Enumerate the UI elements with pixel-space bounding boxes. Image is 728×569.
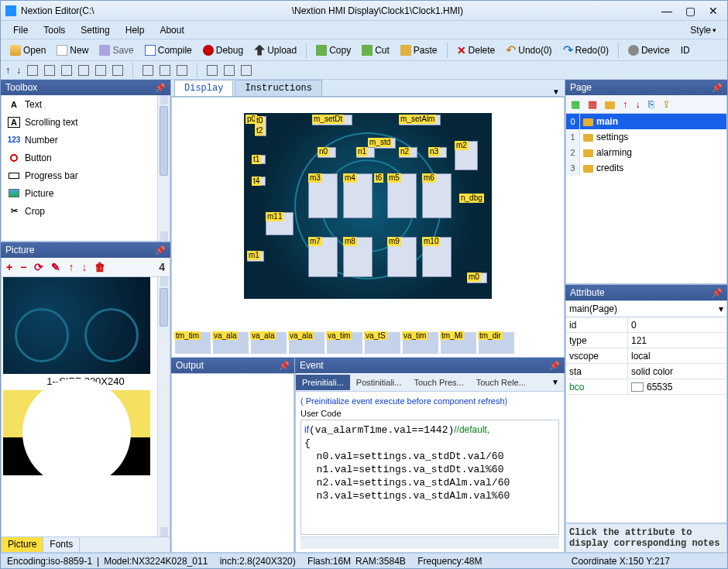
remove-picture-icon[interactable]: − [20, 261, 26, 273]
page-export-icon[interactable]: ⇪ [662, 98, 671, 110]
attribute-value[interactable]: local [628, 348, 726, 363]
toolbox-scrollbar[interactable] [157, 95, 170, 241]
picture-thumb-1[interactable] [3, 277, 150, 374]
comp-t6[interactable]: t6 [374, 173, 383, 183]
group-icon[interactable] [177, 65, 187, 76]
redo-button[interactable]: ↷Redo(0) [558, 42, 613, 59]
page-row[interactable]: 2alarming [566, 145, 726, 160]
tab-display[interactable]: Display [174, 80, 233, 96]
page-down-icon[interactable]: ↓ [636, 98, 641, 110]
attribute-value[interactable]: 121 [628, 333, 726, 348]
timer-chip[interactable]: tm_tim [175, 332, 211, 354]
menu-help[interactable]: Help [119, 23, 151, 37]
timer-chip[interactable]: va_tS [365, 332, 400, 354]
picture-scrollbar[interactable] [157, 277, 170, 536]
timer-chip[interactable]: tm_dir [479, 332, 514, 354]
attribute-value[interactable]: solid color [628, 364, 726, 379]
tab-preinit[interactable]: Preinitiali... [296, 375, 350, 390]
attribute-target-select[interactable]: main(Page) ▾ [565, 300, 727, 317]
minimize-button[interactable]: — [661, 5, 673, 16]
attribute-row[interactable]: type121 [566, 333, 726, 348]
comp-m-setdt[interactable]: m_setDt [312, 115, 344, 124]
tab-instructions[interactable]: Instructions [235, 80, 321, 96]
comp-m11[interactable]: m11 [266, 212, 283, 221]
page-row[interactable]: 1settings [566, 129, 726, 145]
code-editor[interactable]: if(va_alarmTime.val==1442)//default, { n… [300, 420, 559, 535]
align-left-icon[interactable] [27, 65, 38, 76]
timer-chip[interactable]: va_ala [251, 332, 287, 354]
comp-m-std[interactable]: m_std [368, 138, 392, 147]
debug-button[interactable]: Debug [198, 42, 248, 59]
device-button[interactable]: Device [623, 42, 675, 59]
hmi-canvas[interactable]: p0 t0 t2 m_setDt m_setAlm m_std t1 t4 n0… [244, 113, 492, 299]
menu-file[interactable]: File [7, 23, 34, 37]
comp-n1[interactable]: n1 [356, 147, 368, 156]
pin-icon[interactable]: 📌 [155, 245, 166, 255]
cut-button[interactable]: Cut [357, 42, 394, 59]
menu-tools[interactable]: Tools [37, 23, 71, 37]
move-down-icon[interactable]: ↓ [81, 261, 87, 273]
toolbox-item[interactable]: AScrolling text [2, 113, 170, 131]
collapse-icon[interactable]: ▼ [552, 87, 560, 96]
arrow-up-icon[interactable]: ↑ [5, 65, 10, 76]
timer-chip[interactable]: va_ala [213, 332, 249, 354]
delete-picture-icon[interactable]: 🗑 [94, 261, 105, 273]
comp-t2[interactable]: t2 [255, 126, 264, 135]
attribute-row[interactable]: id0 [566, 317, 726, 333]
same-height-icon[interactable] [112, 65, 123, 76]
layout-2-icon[interactable] [224, 65, 235, 76]
tab-picture[interactable]: Picture [2, 537, 43, 552]
new-button[interactable]: New [52, 42, 93, 59]
align-right-icon[interactable] [44, 65, 55, 76]
add-picture-icon[interactable]: + [6, 261, 12, 273]
arrow-down-icon[interactable]: ↓ [16, 65, 21, 76]
pin-icon[interactable]: 📌 [155, 83, 166, 93]
distribute-v-icon[interactable] [160, 65, 170, 76]
menu-setting[interactable]: Setting [74, 23, 115, 37]
move-up-icon[interactable]: ↑ [68, 261, 74, 273]
page-row[interactable]: 0main [566, 114, 726, 129]
comp-m1[interactable]: m1 [247, 251, 261, 260]
comp-m8[interactable]: m8 [343, 237, 357, 246]
pin-icon[interactable]: 📌 [279, 361, 290, 371]
tab-fonts[interactable]: Fonts [43, 537, 80, 552]
timer-chip[interactable]: va_tim [403, 332, 438, 354]
code-horizontal-scrollbar[interactable] [300, 536, 559, 549]
toolbox-item[interactable]: Picture [2, 184, 170, 202]
delete-button[interactable]: ✕Delete [452, 42, 500, 59]
layout-1-icon[interactable] [207, 65, 218, 76]
menu-about[interactable]: About [153, 23, 190, 37]
comp-t1[interactable]: t1 [252, 155, 261, 164]
pin-icon[interactable]: 📌 [549, 361, 560, 371]
comp-m-setalm[interactable]: m_setAlm [399, 115, 436, 124]
undo-button[interactable]: ↶Undo(0) [501, 42, 556, 59]
comp-m0[interactable]: m0 [467, 273, 481, 282]
comp-m6[interactable]: m6 [422, 173, 436, 183]
comp-t4[interactable]: t4 [252, 177, 261, 186]
toolbox-item[interactable]: AText [2, 95, 170, 113]
copy-button[interactable]: Copy [311, 42, 355, 59]
comp-n0[interactable]: n0 [318, 147, 329, 156]
upload-button[interactable]: Upload [249, 42, 301, 59]
comp-m10[interactable]: m10 [422, 237, 440, 246]
comp-m2[interactable]: m2 [455, 141, 469, 150]
tab-touchpress[interactable]: Touch Pres... [408, 375, 470, 390]
tab-postinit[interactable]: Postinitiali... [350, 375, 408, 390]
comp-m7[interactable]: m7 [308, 237, 322, 246]
page-add-icon[interactable]: ▦ [571, 98, 580, 110]
refresh-picture-icon[interactable]: ⟳ [34, 261, 43, 273]
page-folder-icon[interactable] [605, 98, 615, 110]
tab-touchrelease[interactable]: Touch Rele... [470, 375, 532, 390]
layout-3-icon[interactable] [241, 65, 252, 76]
comp-m3[interactable]: m3 [308, 173, 322, 183]
compile-button[interactable]: Compile [140, 42, 197, 59]
comp-t0[interactable]: t0 [255, 116, 264, 125]
page-remove-icon[interactable]: ▦ [588, 98, 597, 110]
pin-icon[interactable]: 📌 [712, 288, 723, 298]
close-button[interactable]: ✕ [707, 5, 719, 16]
distribute-h-icon[interactable] [143, 65, 153, 76]
save-button[interactable]: Save [94, 42, 138, 59]
attribute-row[interactable]: stasolid color [566, 364, 726, 379]
picture-thumb-2[interactable] [3, 390, 150, 475]
edit-picture-icon[interactable]: ✎ [51, 261, 60, 273]
